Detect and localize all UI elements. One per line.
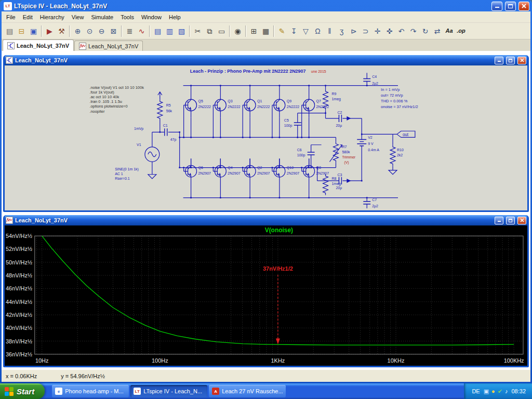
transistor-Q6[interactable]: Q62N2907 — [184, 158, 211, 197]
out-port-flag[interactable]: out — [397, 131, 415, 137]
menu-hierarchy[interactable]: Hierarchy — [36, 11, 68, 22]
menu-help[interactable]: Help — [165, 11, 184, 22]
menu-view[interactable]: View — [68, 11, 88, 22]
tile-vertical-icon[interactable]: ▥ — [164, 25, 176, 37]
redo-icon[interactable]: ↷ — [407, 25, 419, 37]
waveform-minimize-button[interactable] — [495, 217, 503, 224]
move-icon[interactable]: ✛ — [371, 25, 383, 37]
transistor-Q3[interactable]: Q32N2222 — [213, 86, 240, 138]
spice-directive[interactable]: .noise V(out) V1 oct 10 10 100k — [89, 85, 144, 90]
mirror-icon[interactable]: ⇄ — [431, 25, 443, 37]
tab-schematic[interactable]: Leach_NoLyt_37nV — [3, 39, 74, 51]
transistor-Q7[interactable]: Q72N2222 — [302, 86, 329, 138]
component-r8[interactable] — [323, 174, 328, 195]
print-icon[interactable]: ▦ — [260, 25, 272, 37]
component-c1[interactable] — [165, 128, 167, 136]
c2-name: C2 — [337, 111, 342, 114]
find-icon[interactable]: ◉ — [232, 25, 244, 37]
open-icon[interactable]: ⊟ — [16, 25, 28, 37]
component-r10[interactable] — [390, 145, 395, 166]
minimize-button[interactable] — [491, 2, 502, 11]
component-r5[interactable] — [157, 99, 163, 121]
schematic-canvas[interactable]: out Leach - Prinzip : Phono Pre-Amp mit … — [5, 65, 527, 210]
component-v1-source[interactable] — [145, 147, 159, 162]
transistor-Q4[interactable]: Q42N2907 — [213, 158, 240, 197]
component-c5[interactable] — [294, 123, 301, 125]
c3-name: C3 — [337, 173, 342, 177]
component-c2[interactable] — [339, 115, 341, 122]
diode-icon[interactable]: ⊳ — [348, 25, 360, 37]
print-preview-icon[interactable]: ⊞ — [248, 25, 260, 37]
taskbar-task[interactable]: ALeach 27 nV Rausche... — [209, 385, 286, 397]
transistor-Q1[interactable]: Q12N2222 — [243, 86, 270, 138]
drag-icon[interactable]: ✜ — [383, 25, 395, 37]
trace-title[interactable]: V(onoise) — [265, 227, 293, 234]
waveform-icon[interactable]: ∿ — [136, 25, 148, 37]
save-icon[interactable]: ▣ — [28, 25, 39, 37]
run-icon[interactable]: ▶ — [44, 25, 56, 37]
rotate-icon[interactable]: ↻ — [419, 25, 431, 37]
zoom-out-icon[interactable]: ⊖ — [96, 25, 108, 37]
language-indicator[interactable]: DE — [472, 388, 480, 394]
task-icon: A — [212, 388, 219, 395]
wire-icon[interactable]: ✎ — [276, 25, 288, 37]
zoom-back-icon[interactable]: ⊙ — [84, 25, 96, 37]
menu-simulate[interactable]: Simulate — [87, 11, 117, 22]
shield-icon[interactable]: ✔ — [498, 389, 502, 394]
maximize-button[interactable] — [505, 2, 516, 11]
cascade-icon[interactable]: ▧ — [176, 25, 188, 37]
resistor-icon[interactable]: Ω — [312, 25, 324, 37]
spice-netlist-icon[interactable]: ≣ — [124, 25, 136, 37]
schematic-window-titlebar[interactable]: Leach_NoLyt_37nV — [5, 55, 527, 65]
close-button[interactable] — [518, 2, 529, 11]
transistor-Q10[interactable]: Q102N2907 — [272, 158, 299, 197]
waveform-maximize-button[interactable] — [506, 217, 515, 224]
transistor-Q9[interactable]: Q92N2222 — [272, 86, 299, 138]
component-c7[interactable] — [363, 202, 370, 204]
spice-directive[interactable]: .four 1k V(out) — [89, 90, 114, 95]
volume-icon[interactable]: ♪ — [505, 389, 508, 394]
waveform-plot[interactable]: 54nV/Hz½52nV/Hz½50nV/Hz½48nV/Hz½46nV/Hz½… — [5, 225, 527, 366]
waveform-window-titlebar[interactable]: Leach_NoLyt_37nV — [5, 215, 527, 225]
component-c4[interactable] — [363, 78, 370, 81]
update-icon[interactable]: ● — [491, 389, 495, 394]
undo-icon[interactable]: ↶ — [395, 25, 407, 37]
spice-directive[interactable]: .ac oct 10 10 40k — [89, 95, 119, 99]
new-schematic-icon[interactable]: ▤ — [4, 25, 16, 37]
spice-directive-icon[interactable]: .op — [455, 25, 467, 37]
taskbar-task[interactable]: LTLTspice IV - Leach_N... — [130, 385, 207, 397]
paste-icon[interactable]: ▭ — [216, 25, 228, 37]
spice-directive[interactable]: .noopiter — [89, 109, 105, 114]
waveform-close-button[interactable] — [517, 217, 526, 224]
spice-directive[interactable]: .options plotwinsize=0 — [89, 104, 127, 109]
display-icon[interactable]: ▣ — [484, 389, 489, 394]
component-v2-battery[interactable] — [357, 140, 366, 146]
tab-waveform[interactable]: Leach_NoLyt_37nV — [74, 41, 143, 51]
capacitor-icon[interactable]: ‖ — [324, 25, 336, 37]
menu-file[interactable]: File — [3, 11, 19, 22]
schematic-minimize-button[interactable] — [495, 57, 503, 64]
halt-icon[interactable]: ⚒ — [56, 25, 68, 37]
schematic-maximize-button[interactable] — [506, 57, 515, 64]
schematic-close-button[interactable] — [517, 57, 526, 64]
menu-tools[interactable]: Tools — [117, 11, 138, 22]
menu-edit[interactable]: Edit — [19, 11, 36, 22]
spice-directive[interactable]: .tran 0 .105 .1 1.5u — [89, 99, 122, 104]
copy-icon[interactable]: ⧉ — [204, 25, 216, 37]
menu-window[interactable]: Window — [138, 11, 165, 22]
component-icon[interactable]: ⊃ — [360, 25, 371, 37]
zoom-full-icon[interactable]: ⊠ — [108, 25, 119, 37]
component-c6[interactable] — [308, 152, 315, 155]
taskbar-task[interactable]: ePhono head-amp - M... — [52, 385, 129, 397]
start-button[interactable]: Start — [0, 383, 45, 399]
text-icon[interactable]: Aa — [443, 25, 455, 37]
zoom-in-icon[interactable]: ⊕ — [72, 25, 84, 37]
cut-icon[interactable]: ✂ — [192, 25, 204, 37]
net-label-icon[interactable]: ▽ — [300, 25, 312, 37]
transistor-Q2[interactable]: Q22N2907 — [243, 158, 270, 197]
transistor-Q5[interactable]: Q52N2222 — [184, 86, 211, 138]
ground-icon[interactable]: ↧ — [288, 25, 300, 37]
tile-horizontal-icon[interactable]: ▤ — [152, 25, 164, 37]
component-r7-trimmer[interactable] — [330, 142, 342, 163]
inductor-icon[interactable]: ʒ — [336, 25, 348, 37]
